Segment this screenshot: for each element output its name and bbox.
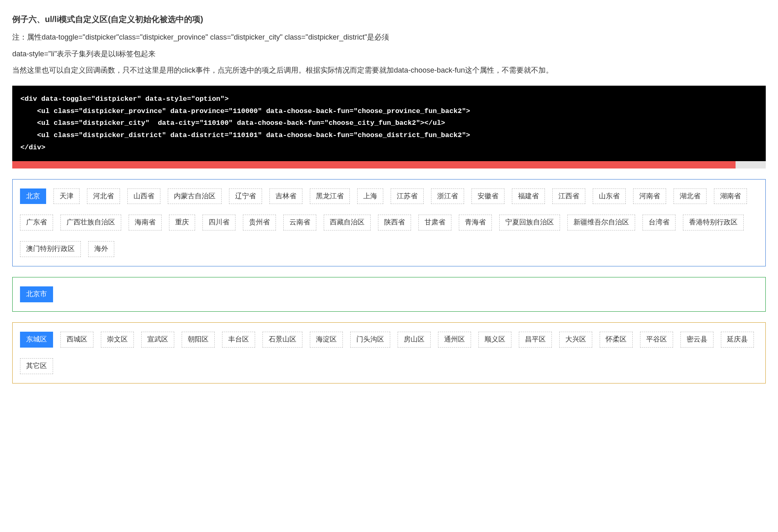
province-item[interactable]: 内蒙古自治区 (168, 188, 222, 204)
province-item[interactable]: 河南省 (633, 188, 666, 204)
province-item[interactable]: 山东省 (593, 188, 626, 204)
province-picker: 北京天津河北省山西省内蒙古自治区辽宁省吉林省黑龙江省上海江苏省浙江省安徽省福建省… (12, 179, 766, 267)
province-item[interactable]: 江西省 (552, 188, 585, 204)
code-block-container: <div data-toggle="distpicker" data-style… (12, 86, 766, 168)
district-item[interactable]: 崇文区 (101, 332, 134, 348)
example-heading: 例子六、ul/li模式自定义区(自定义初始化被选中的项) (12, 12, 766, 26)
province-item[interactable]: 黑龙江省 (310, 188, 350, 204)
province-item[interactable]: 上海 (357, 188, 383, 204)
district-item[interactable]: 西城区 (60, 332, 93, 348)
district-item[interactable]: 海淀区 (310, 332, 343, 348)
district-item[interactable]: 大兴区 (559, 332, 592, 348)
province-item[interactable]: 新疆维吾尔自治区 (567, 215, 635, 231)
province-item[interactable]: 甘肃省 (418, 215, 451, 231)
district-item[interactable]: 房山区 (398, 332, 431, 348)
district-item[interactable]: 朝阳区 (182, 332, 215, 348)
province-item[interactable]: 山西省 (127, 188, 160, 204)
province-item[interactable]: 陕西省 (378, 215, 411, 231)
code-snippet: <div data-toggle="distpicker" data-style… (12, 86, 766, 161)
province-item[interactable]: 海南省 (129, 215, 162, 231)
province-item[interactable]: 福建省 (512, 188, 545, 204)
district-item[interactable]: 顺义区 (478, 332, 511, 348)
district-item[interactable]: 密云县 (680, 332, 714, 348)
district-item[interactable]: 其它区 (20, 358, 53, 374)
description-paragraph-3: 当然这里也可以自定义回调函数，只不过这里是用的click事件，点完所选中的项之后… (12, 64, 766, 77)
province-item[interactable]: 云南省 (283, 215, 316, 231)
district-item[interactable]: 门头沟区 (350, 332, 390, 348)
description-paragraph-2: data-style="li"表示子集列表是以li标签包起来 (12, 48, 766, 60)
description-paragraph-1: 注：属性data-toggle="distpicker"class="distp… (12, 31, 766, 44)
province-item[interactable]: 广西壮族自治区 (60, 215, 121, 231)
province-item[interactable]: 香港特别行政区 (683, 215, 744, 231)
city-item[interactable]: 北京市 (20, 286, 53, 302)
district-item[interactable]: 平谷区 (640, 332, 673, 348)
province-item[interactable]: 海外 (88, 241, 114, 257)
province-item[interactable]: 宁夏回族自治区 (499, 215, 560, 231)
province-item[interactable]: 西藏自治区 (324, 215, 371, 231)
horizontal-scrollbar-track[interactable] (12, 161, 766, 168)
province-item[interactable]: 天津 (53, 188, 80, 204)
province-item[interactable]: 浙江省 (431, 188, 464, 204)
province-item[interactable]: 北京 (20, 188, 46, 204)
province-item[interactable]: 江苏省 (391, 188, 424, 204)
city-picker: 北京市 (12, 277, 766, 312)
district-item[interactable]: 怀柔区 (600, 332, 633, 348)
province-item[interactable]: 吉林省 (269, 188, 302, 204)
province-item[interactable]: 重庆 (169, 215, 195, 231)
province-item[interactable]: 广东省 (20, 215, 53, 231)
province-item[interactable]: 安徽省 (471, 188, 505, 204)
district-item[interactable]: 延庆县 (721, 332, 754, 348)
province-item[interactable]: 辽宁省 (229, 188, 262, 204)
province-item[interactable]: 台湾省 (642, 215, 676, 231)
city-list: 北京市 (20, 286, 758, 307)
district-item[interactable]: 丰台区 (222, 332, 255, 348)
province-list: 北京天津河北省山西省内蒙古自治区辽宁省吉林省黑龙江省上海江苏省浙江省安徽省福建省… (20, 188, 758, 262)
district-item[interactable]: 宣武区 (141, 332, 174, 348)
horizontal-scrollbar-thumb[interactable] (12, 161, 736, 168)
district-picker: 东城区西城区崇文区宣武区朝阳区丰台区石景山区海淀区门头沟区房山区通州区顺义区昌平… (12, 322, 766, 383)
province-item[interactable]: 青海省 (459, 215, 492, 231)
province-item[interactable]: 四川省 (202, 215, 236, 231)
district-list: 东城区西城区崇文区宣武区朝阳区丰台区石景山区海淀区门头沟区房山区通州区顺义区昌平… (20, 332, 758, 379)
province-item[interactable]: 贵州省 (243, 215, 276, 231)
province-item[interactable]: 澳门特别行政区 (20, 241, 81, 257)
province-item[interactable]: 河北省 (87, 188, 120, 204)
district-item[interactable]: 昌平区 (519, 332, 552, 348)
district-item[interactable]: 通州区 (438, 332, 471, 348)
province-item[interactable]: 湖南省 (714, 188, 747, 204)
district-item[interactable]: 东城区 (20, 332, 53, 348)
province-item[interactable]: 湖北省 (674, 188, 707, 204)
district-item[interactable]: 石景山区 (262, 332, 302, 348)
